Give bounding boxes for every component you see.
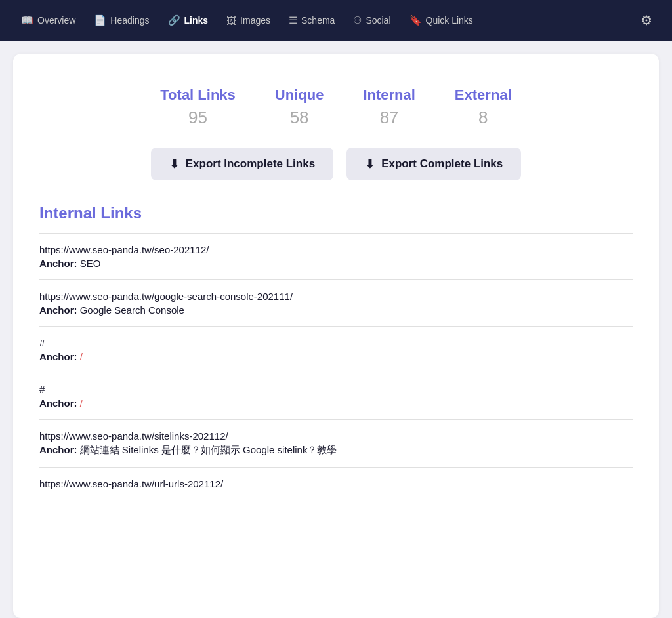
stat-external-value: 8	[455, 108, 512, 128]
nav-quicklinks[interactable]: 🔖 Quick Links	[402, 9, 481, 31]
download-incomplete-icon: ⬇	[169, 157, 179, 171]
anchor-value: /	[80, 398, 83, 409]
nav-links-label: Links	[184, 15, 209, 26]
link-url: https://www.seo-panda.tw/seo-202112/	[39, 244, 633, 255]
stat-total-links: Total Links 95	[160, 87, 236, 128]
stat-unique-value: 58	[275, 108, 324, 128]
stat-external: External 8	[455, 87, 512, 128]
export-row: ⬇ Export Incomplete Links ⬇ Export Compl…	[39, 148, 633, 180]
nav-headings-label: Headings	[110, 15, 149, 26]
anchor-value: Google Search Console	[80, 304, 184, 316]
nav-schema-label: Schema	[301, 15, 335, 26]
nav-social[interactable]: ⚇ Social	[345, 9, 398, 31]
nav-links[interactable]: 🔗 Links	[160, 9, 217, 31]
stat-total-links-label: Total Links	[160, 87, 236, 104]
stat-total-links-value: 95	[160, 108, 236, 128]
stat-internal-value: 87	[363, 108, 415, 128]
navigation-bar: 📖 Overview 📄 Headings 🔗 Links 🖼 Images ☰…	[0, 0, 672, 41]
link-url: #	[39, 337, 633, 348]
anchor-value: 網站連結 Sitelinks 是什麼？如何顯示 Google sitelink？…	[80, 444, 337, 455]
stat-unique: Unique 58	[275, 87, 324, 128]
internal-links-title: Internal Links	[39, 204, 633, 222]
nav-social-label: Social	[366, 15, 390, 26]
anchor-value: /	[80, 351, 83, 362]
link-anchor: Anchor: /	[39, 351, 633, 362]
stat-internal: Internal 87	[363, 87, 415, 128]
export-complete-button[interactable]: ⬇ Export Complete Links	[346, 148, 521, 180]
anchor-label: Anchor:	[39, 304, 80, 316]
link-item: https://www.seo-panda.tw/google-search-c…	[39, 280, 633, 327]
anchor-value: SEO	[80, 258, 101, 269]
stat-unique-label: Unique	[275, 87, 324, 104]
link-anchor: Anchor: /	[39, 398, 633, 409]
nav-overview[interactable]: 📖 Overview	[13, 9, 83, 31]
link-url: #	[39, 384, 633, 395]
nav-quicklinks-label: Quick Links	[426, 15, 473, 26]
link-item: https://www.seo-panda.tw/url-urls-202112…	[39, 468, 633, 503]
link-url: https://www.seo-panda.tw/sitelinks-20211…	[39, 430, 633, 442]
anchor-label: Anchor:	[39, 398, 80, 409]
download-complete-icon: ⬇	[365, 157, 375, 171]
anchor-label: Anchor:	[39, 444, 80, 455]
link-url: https://www.seo-panda.tw/google-search-c…	[39, 291, 633, 302]
anchor-label: Anchor:	[39, 258, 80, 269]
links-list: https://www.seo-panda.tw/seo-202112/Anch…	[39, 233, 633, 503]
document-icon: 📄	[94, 14, 106, 26]
export-incomplete-button[interactable]: ⬇ Export Incomplete Links	[151, 148, 333, 180]
nav-headings[interactable]: 📄 Headings	[86, 9, 157, 31]
link-url: https://www.seo-panda.tw/url-urls-202112…	[39, 478, 633, 489]
link-anchor: Anchor: SEO	[39, 258, 633, 269]
settings-icon: ⚙	[640, 13, 652, 28]
main-card: Total Links 95 Unique 58 Internal 87 Ext…	[13, 54, 659, 618]
content-wrapper: Total Links 95 Unique 58 Internal 87 Ext…	[0, 41, 672, 618]
link-anchor: Anchor: 網站連結 Sitelinks 是什麼？如何顯示 Google s…	[39, 444, 633, 457]
nav-images-label: Images	[240, 15, 270, 26]
stat-external-label: External	[455, 87, 512, 104]
export-incomplete-label: Export Incomplete Links	[186, 157, 315, 171]
stats-row: Total Links 95 Unique 58 Internal 87 Ext…	[39, 73, 633, 148]
internal-links-section: Internal Links https://www.seo-panda.tw/…	[39, 204, 633, 503]
settings-button[interactable]: ⚙	[634, 7, 659, 33]
nav-overview-label: Overview	[37, 15, 75, 26]
link-item: #Anchor: /	[39, 327, 633, 373]
nav-images[interactable]: 🖼 Images	[219, 10, 278, 31]
quicklinks-icon: 🔖	[410, 14, 422, 26]
image-icon: 🖼	[226, 15, 236, 26]
link-item: #Anchor: /	[39, 373, 633, 420]
link-icon: 🔗	[168, 14, 180, 26]
nav-schema[interactable]: ☰ Schema	[281, 9, 343, 31]
link-item: https://www.seo-panda.tw/seo-202112/Anch…	[39, 234, 633, 280]
social-icon: ⚇	[353, 14, 362, 26]
stat-internal-label: Internal	[363, 87, 415, 104]
book-icon: 📖	[21, 14, 33, 26]
link-item: https://www.seo-panda.tw/sitelinks-20211…	[39, 420, 633, 468]
anchor-label: Anchor:	[39, 351, 80, 362]
schema-icon: ☰	[289, 14, 297, 26]
link-anchor: Anchor: Google Search Console	[39, 304, 633, 316]
export-complete-label: Export Complete Links	[381, 157, 503, 171]
